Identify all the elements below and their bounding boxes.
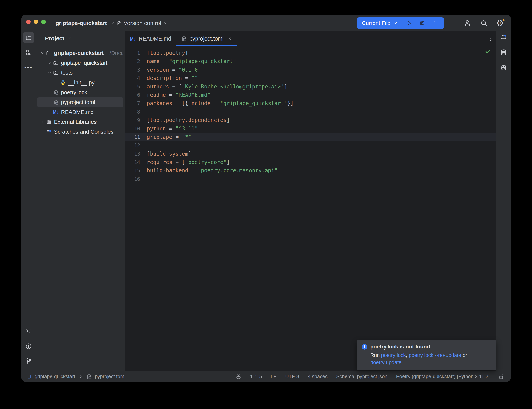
code-with-me-button[interactable] [463, 18, 473, 28]
tree-item-label: __init__.py [68, 80, 94, 86]
code-line-15[interactable]: 15build-backend = "poetry.core.masonry.a… [125, 167, 496, 175]
notification-link[interactable]: poetry lock [381, 352, 406, 358]
code-line-9[interactable]: 9[tool.poetry.dependencies] [125, 116, 496, 124]
folder-icon [46, 50, 52, 56]
tree-item-root[interactable]: griptape-quickstart~/Docume [37, 48, 123, 58]
code-line-3[interactable]: 3version = "0.1.0" [125, 66, 496, 74]
notification-link[interactable]: poetry lock --no-update [409, 352, 461, 358]
code-line-7[interactable]: 7packages = [{include = "griptape_quicks… [125, 99, 496, 108]
notifications-button[interactable] [498, 32, 509, 43]
close-window-button[interactable] [26, 19, 31, 24]
toml-punctuation: = [159, 58, 169, 64]
code-line-14[interactable]: 14requires = ["poetry-core"] [125, 158, 496, 167]
ai-assistant-status-icon[interactable] [236, 374, 241, 380]
chevron-down-icon[interactable] [40, 51, 46, 56]
code-line-12[interactable]: 12 [125, 141, 496, 149]
project-widget-label: griptape-quickstart [55, 20, 107, 26]
status-bar: griptape-quickstart [T] pyproject.toml 1… [21, 371, 511, 382]
json-schema[interactable]: Schema: pyproject.json [336, 374, 387, 380]
breadcrumb-project[interactable]: griptape-quickstart [35, 374, 75, 380]
line-separator[interactable]: LF [271, 374, 276, 380]
line-number: 12 [125, 141, 140, 149]
toml-string: "Kyle Roche <hello@griptape.ai>" [182, 84, 284, 90]
project-tool-window-button[interactable] [23, 32, 34, 43]
toml-punctuation: }] [287, 100, 294, 106]
structure-tool-window-button[interactable] [23, 47, 34, 58]
minimize-window-button[interactable] [34, 19, 38, 24]
tab-options-button[interactable] [487, 31, 493, 46]
project-tree: griptape-quickstart~/Documegriptape_quic… [36, 48, 125, 137]
line-number: 7 [125, 99, 140, 108]
code-line-5[interactable]: 5authors = ["Kyle Roche <hello@griptape.… [125, 83, 496, 91]
tree-item-scratches[interactable]: Scratches and Consoles [37, 127, 123, 137]
code-line-10[interactable]: 10python = "^3.11" [125, 125, 496, 133]
line-number: 15 [125, 167, 140, 175]
project-widget[interactable]: griptape-quickstart [55, 15, 115, 31]
left-tool-stripe: ••• [21, 31, 36, 371]
database-tool-window-button[interactable] [498, 47, 509, 58]
close-icon[interactable] [227, 36, 232, 41]
code-line-1[interactable]: 1[tool.poetry] [125, 49, 496, 57]
markdown-icon: M↓ [53, 110, 59, 115]
toml-key: build-system [150, 151, 188, 157]
code-line-16[interactable]: 16 [125, 175, 496, 183]
problems-tool-window-button[interactable] [23, 341, 34, 352]
search-everywhere-button[interactable] [479, 18, 489, 28]
run-configuration-selector[interactable]: Current File [357, 20, 403, 26]
line-number: 3 [125, 66, 140, 74]
tree-item-readme-md[interactable]: M↓README.md [37, 107, 123, 117]
project-panel-header[interactable]: Project [36, 31, 125, 46]
tab-pyproject[interactable]: [T]pyproject.toml [176, 31, 237, 46]
code-line-2[interactable]: 2name = "griptape-quickstart" [125, 57, 496, 65]
tree-item-init-py[interactable]: __init__.py [37, 78, 123, 87]
chevron-down-icon [110, 21, 115, 26]
vcs-widget[interactable]: Version control [116, 15, 168, 31]
chevron-down-icon[interactable] [47, 70, 53, 75]
line-number: 14 [125, 158, 140, 167]
file-encoding[interactable]: UTF-8 [285, 374, 299, 380]
code-line-13[interactable]: 13[build-system] [125, 150, 496, 158]
toml-punctuation: = [166, 126, 175, 132]
chevron-right-icon[interactable] [40, 120, 46, 124]
notification-link[interactable]: poetry update [370, 360, 402, 365]
debug-button[interactable] [415, 18, 428, 29]
toml-punctuation: = [211, 100, 220, 106]
code-line-11[interactable]: 11griptape = "*" [125, 133, 496, 141]
run-button[interactable] [403, 18, 415, 29]
indent-style[interactable]: 4 spaces [308, 374, 328, 380]
code-line-8[interactable]: 8 [125, 108, 496, 116]
toml-punctuation: ] [188, 151, 191, 157]
project-tool-window: Project griptape-quickstart~/Documegript… [36, 31, 125, 371]
chevron-right-icon[interactable] [47, 60, 53, 65]
settings-button[interactable]: ⚙ [495, 18, 505, 28]
tree-item-pyproject-toml[interactable]: [T]pyproject.toml [37, 97, 123, 107]
tree-item-external-libraries[interactable]: External Libraries [37, 117, 123, 127]
notification-text: or [461, 352, 467, 358]
title-bar: griptape-quickstart Version control Curr… [21, 15, 511, 31]
tree-item-tests[interactable]: tests [37, 68, 123, 78]
breadcrumb-file[interactable]: pyproject.toml [95, 374, 126, 380]
toml-key: description [147, 75, 182, 81]
code-editor[interactable]: 1[tool.poetry]2name = "griptape-quicksta… [125, 46, 496, 371]
lock-icon[interactable] [498, 374, 504, 380]
more-tool-windows-button[interactable]: ••• [23, 62, 34, 73]
toml-key: build-backend [147, 167, 188, 174]
caret-position[interactable]: 11:15 [250, 374, 262, 380]
folder-module-icon [53, 60, 59, 66]
inspections-passed-icon[interactable] [485, 48, 491, 55]
zoom-window-button[interactable] [41, 19, 46, 24]
code-line-6[interactable]: 6readme = "README.md" [125, 91, 496, 99]
tree-item-poetry-lock[interactable]: [T]poetry.lock [37, 87, 123, 97]
tree-item-griptape-quickstart-pkg[interactable]: griptape_quickstart [37, 58, 123, 68]
toml-punctuation: = [166, 92, 175, 98]
tab-readme[interactable]: M↓README.md [125, 31, 176, 46]
toml-icon: [T] [53, 90, 59, 95]
ai-assistant-button[interactable] [498, 62, 509, 73]
run-more-button[interactable] [428, 18, 440, 29]
terminal-tool-window-button[interactable] [23, 326, 34, 337]
library-icon [46, 119, 52, 125]
code-line-4[interactable]: 4description = "" [125, 74, 496, 82]
python-interpreter[interactable]: Poetry (griptape-quickstart) [Python 3.1… [396, 374, 490, 380]
git-tool-window-button[interactable] [23, 356, 34, 367]
git-branch-icon [116, 20, 121, 26]
